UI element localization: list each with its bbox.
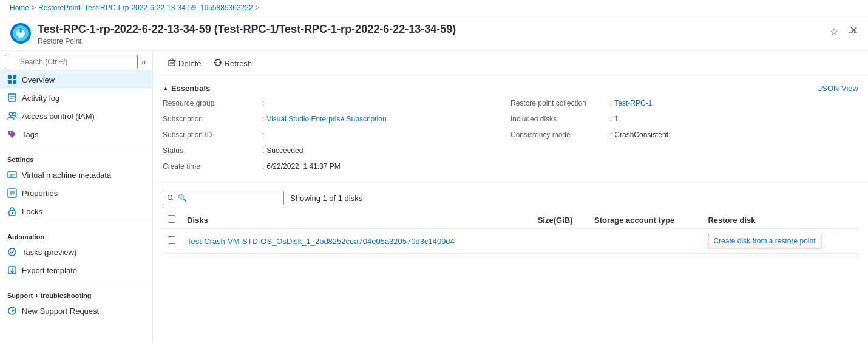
rpc-link[interactable]: Test-RPC-1 <box>614 99 652 107</box>
svg-point-26 <box>12 313 13 314</box>
field-restore-point-collection: Restore point collection : Test-RPC-1 <box>510 99 858 112</box>
field-label: Restore point collection <box>510 99 608 107</box>
toolbar: Delete Refresh <box>153 51 868 76</box>
disk-table: Disks Size(GiB) Storage account type Res… <box>163 211 858 254</box>
svg-point-11 <box>13 113 16 116</box>
sidebar-item-properties[interactable]: Properties <box>0 184 152 202</box>
svg-rect-3 <box>8 75 12 79</box>
automation-section-title: Automation <box>0 226 152 243</box>
field-label: Subscription <box>163 115 260 123</box>
breadcrumb-resource[interactable]: RestorePoint_Test-RPC-I-rp-2022-6-22-13-… <box>38 4 253 12</box>
row-checkbox[interactable] <box>168 236 175 244</box>
field-label: Included disks <box>510 115 608 123</box>
tasks-icon <box>7 247 17 257</box>
main-layout: « Overview Activity log Access control (… <box>0 51 868 343</box>
support-icon <box>7 306 17 316</box>
refresh-button[interactable]: Refresh <box>209 56 257 71</box>
delete-button[interactable]: Delete <box>163 56 206 71</box>
col-size: Size(GiB) <box>533 211 589 229</box>
refresh-icon <box>214 58 222 69</box>
field-value: 6/22/2022, 1:41:37 PM <box>266 162 340 171</box>
essentials-right-col: Restore point collection : Test-RPC-1 In… <box>510 99 858 175</box>
export-icon <box>7 265 17 275</box>
field-label: Resource group <box>163 99 260 107</box>
svg-rect-5 <box>8 80 12 84</box>
tags-icon <box>7 129 17 139</box>
properties-icon <box>7 188 17 198</box>
sidebar-item-label: Virtual machine metadata <box>22 171 111 180</box>
field-included-disks: Included disks : 1 <box>510 115 858 128</box>
essentials-title: ▲ Essentials <box>163 84 210 93</box>
breadcrumb-sep1: > <box>32 4 36 12</box>
field-consistency-mode: Consistency mode : CrashConsistent <box>510 131 858 144</box>
sidebar-item-new-support[interactable]: New Support Request <box>0 302 152 320</box>
field-status: Status : Succeeded <box>163 146 510 160</box>
sidebar-item-label: Export template <box>22 266 77 275</box>
field-subscription-id: Subscription ID : <box>163 131 510 144</box>
field-value: Succeeded <box>266 146 303 155</box>
breadcrumb: Home > RestorePoint_Test-RPC-I-rp-2022-6… <box>0 0 868 16</box>
disk-search-row: Showing 1 of 1 disks <box>163 191 858 205</box>
field-value: CrashConsistent <box>614 131 668 139</box>
essentials-left-col: Resource group : Subscription : Visual S… <box>163 99 510 175</box>
vm-metadata-icon <box>7 170 17 180</box>
activity-log-icon <box>7 93 17 103</box>
disk-action-cell: Create disk from a restore point <box>703 229 858 254</box>
sidebar-item-locks[interactable]: Locks <box>0 202 152 220</box>
sidebar-item-vm-metadata[interactable]: Virtual machine metadata <box>0 166 152 184</box>
svg-point-21 <box>12 212 13 214</box>
disk-name-link[interactable]: Test-Crash-VM-STD-OS_OsDisk_1_2bd8252cea… <box>187 237 455 246</box>
breadcrumb-home[interactable]: Home <box>10 4 29 12</box>
breadcrumb-sep2: > <box>256 4 260 12</box>
disk-name-cell: Test-Crash-VM-STD-OS_OsDisk_1_2bd8252cea… <box>182 229 533 254</box>
essentials-grid: Resource group : Subscription : Visual S… <box>163 99 858 175</box>
sidebar-item-tasks[interactable]: Tasks (preview) <box>0 243 152 261</box>
sidebar-item-tags[interactable]: Tags <box>0 125 152 143</box>
access-control-icon <box>7 111 17 121</box>
field-resource-group: Resource group : <box>163 99 510 112</box>
sidebar-item-label: Tasks (preview) <box>22 248 76 257</box>
search-input[interactable] <box>5 55 138 69</box>
field-label: Subscription ID <box>163 131 260 139</box>
svg-rect-6 <box>13 80 16 84</box>
svg-point-22 <box>8 248 16 256</box>
sidebar-item-overview[interactable]: Overview <box>0 70 152 89</box>
field-label: Consistency mode <box>510 131 608 139</box>
field-value: Test-RPC-1 <box>614 99 652 107</box>
sidebar-item-label: New Support Request <box>22 307 99 316</box>
refresh-label: Refresh <box>225 59 253 68</box>
sidebar-item-label: Activity log <box>22 93 59 103</box>
sidebar-item-export-template[interactable]: Export template <box>0 261 152 279</box>
close-button[interactable]: ✕ <box>849 24 858 37</box>
row-checkbox-cell <box>163 229 182 254</box>
table-header-row: Disks Size(GiB) Storage account type Res… <box>163 211 858 229</box>
sidebar-item-label: Properties <box>22 189 58 198</box>
select-all-checkbox[interactable] <box>168 215 175 223</box>
content-area: Delete Refresh ▲ Essentials JSON View <box>153 51 868 343</box>
delete-label: Delete <box>178 59 202 68</box>
col-disks: Disks <box>182 211 533 229</box>
settings-section-title: Settings <box>0 149 152 166</box>
col-restore-disk: Restore disk <box>703 211 858 229</box>
sidebar: « Overview Activity log Access control (… <box>0 51 153 343</box>
subscription-link[interactable]: Visual Studio Enterprise Subscription <box>266 115 386 123</box>
favorite-button[interactable]: ☆ <box>827 25 841 39</box>
page-header: Test-RPC-1-rp-2022-6-22-13-34-59 (Test-R… <box>0 16 868 51</box>
page-header-content: Test-RPC-1-rp-2022-6-22-13-34-59 (Test-R… <box>38 22 821 46</box>
table-header-checkbox <box>163 211 182 229</box>
json-view-link[interactable]: JSON View <box>818 84 858 93</box>
svg-rect-13 <box>8 172 16 178</box>
col-storage-type: Storage account type <box>589 211 703 229</box>
sidebar-item-label: Tags <box>22 130 38 139</box>
disk-search-input[interactable] <box>163 191 284 205</box>
sidebar-collapse-button[interactable]: « <box>140 56 147 68</box>
disk-storage-cell <box>589 229 703 254</box>
create-disk-button[interactable]: Create disk from a restore point <box>708 234 821 248</box>
table-row: Test-Crash-VM-STD-OS_OsDisk_1_2bd8252cea… <box>163 229 858 254</box>
essentials-title-text: Essentials <box>171 84 210 93</box>
support-section-title: Support + troubleshooting <box>0 285 152 302</box>
sidebar-item-access-control[interactable]: Access control (IAM) <box>0 107 152 125</box>
sidebar-item-label: Overview <box>22 75 55 84</box>
sidebar-item-activity-log[interactable]: Activity log <box>0 89 152 107</box>
field-create-time: Create time : 6/22/2022, 1:41:37 PM <box>163 162 510 175</box>
